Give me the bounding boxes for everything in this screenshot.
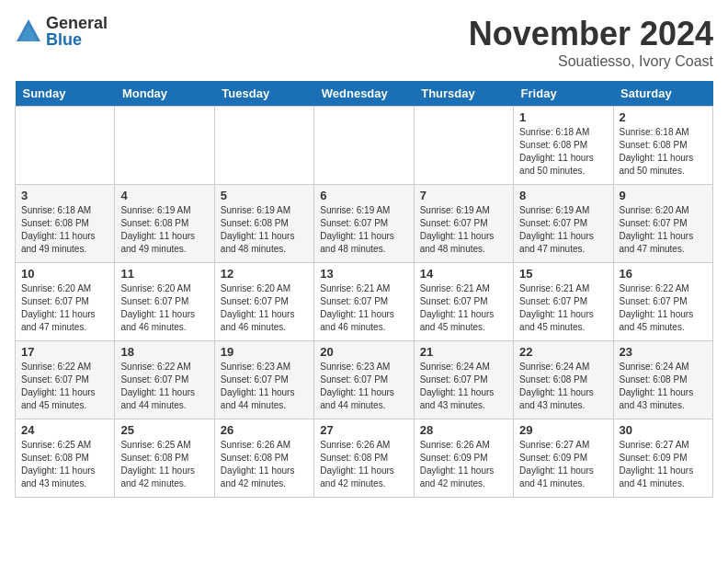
day-info: Sunrise: 6:26 AM Sunset: 6:09 PM Dayligh… xyxy=(420,439,507,490)
day-info: Sunrise: 6:21 AM Sunset: 6:07 PM Dayligh… xyxy=(420,282,507,334)
calendar-cell: 10Sunrise: 6:20 AM Sunset: 6:07 PM Dayli… xyxy=(16,263,115,341)
day-info: Sunrise: 6:18 AM Sunset: 6:08 PM Dayligh… xyxy=(519,126,607,178)
day-number: 3 xyxy=(21,189,108,202)
day-info: Sunrise: 6:20 AM Sunset: 6:07 PM Dayligh… xyxy=(120,282,208,334)
header-saturday: Saturday xyxy=(613,81,712,107)
calendar-week-row: 1Sunrise: 6:18 AM Sunset: 6:08 PM Daylig… xyxy=(16,107,713,185)
day-info: Sunrise: 6:22 AM Sunset: 6:07 PM Dayligh… xyxy=(21,361,108,412)
day-number: 16 xyxy=(620,267,707,281)
day-info: Sunrise: 6:20 AM Sunset: 6:07 PM Dayligh… xyxy=(620,204,707,256)
day-number: 6 xyxy=(320,189,407,202)
day-number: 8 xyxy=(519,189,607,202)
day-info: Sunrise: 6:24 AM Sunset: 6:08 PM Dayligh… xyxy=(620,361,707,412)
day-info: Sunrise: 6:20 AM Sunset: 6:07 PM Dayligh… xyxy=(21,282,108,334)
title-block: November 2024 Souatiesso, Ivory Coast xyxy=(469,15,713,70)
day-number: 27 xyxy=(320,423,407,437)
day-info: Sunrise: 6:21 AM Sunset: 6:07 PM Dayligh… xyxy=(320,282,407,334)
calendar-cell: 29Sunrise: 6:27 AM Sunset: 6:09 PM Dayli… xyxy=(514,419,613,498)
day-number: 4 xyxy=(120,189,208,202)
calendar-cell: 7Sunrise: 6:19 AM Sunset: 6:07 PM Daylig… xyxy=(414,185,513,263)
day-number: 28 xyxy=(420,423,507,437)
calendar-cell: 17Sunrise: 6:22 AM Sunset: 6:07 PM Dayli… xyxy=(16,341,115,419)
calendar-cell: 1Sunrise: 6:18 AM Sunset: 6:08 PM Daylig… xyxy=(514,107,613,185)
day-info: Sunrise: 6:23 AM Sunset: 6:07 PM Dayligh… xyxy=(320,361,407,412)
calendar-cell: 27Sunrise: 6:26 AM Sunset: 6:08 PM Dayli… xyxy=(314,419,414,498)
calendar-cell: 23Sunrise: 6:24 AM Sunset: 6:08 PM Dayli… xyxy=(613,341,712,419)
day-number: 22 xyxy=(519,345,607,359)
calendar-cell: 25Sunrise: 6:25 AM Sunset: 6:08 PM Dayli… xyxy=(115,419,214,498)
day-info: Sunrise: 6:19 AM Sunset: 6:07 PM Dayligh… xyxy=(420,204,507,256)
calendar-cell: 15Sunrise: 6:21 AM Sunset: 6:07 PM Dayli… xyxy=(514,263,613,341)
day-info: Sunrise: 6:24 AM Sunset: 6:07 PM Dayligh… xyxy=(420,361,507,412)
day-number: 29 xyxy=(519,423,607,437)
day-number: 7 xyxy=(420,189,507,202)
location-text: Souatiesso, Ivory Coast xyxy=(469,53,713,70)
day-info: Sunrise: 6:23 AM Sunset: 6:07 PM Dayligh… xyxy=(221,361,308,412)
day-info: Sunrise: 6:25 AM Sunset: 6:08 PM Dayligh… xyxy=(21,439,108,490)
calendar-cell: 2Sunrise: 6:18 AM Sunset: 6:08 PM Daylig… xyxy=(613,107,712,185)
logo-general-text: General xyxy=(46,15,108,31)
calendar-cell: 5Sunrise: 6:19 AM Sunset: 6:08 PM Daylig… xyxy=(214,185,313,263)
day-info: Sunrise: 6:26 AM Sunset: 6:08 PM Dayligh… xyxy=(221,439,308,490)
day-number: 9 xyxy=(620,189,707,202)
header-sunday: Sunday xyxy=(16,81,115,107)
day-info: Sunrise: 6:26 AM Sunset: 6:08 PM Dayligh… xyxy=(320,439,407,490)
day-info: Sunrise: 6:19 AM Sunset: 6:08 PM Dayligh… xyxy=(221,204,308,256)
day-info: Sunrise: 6:19 AM Sunset: 6:07 PM Dayligh… xyxy=(519,204,607,256)
day-number: 18 xyxy=(120,345,208,359)
calendar-cell xyxy=(16,107,115,185)
calendar-cell: 9Sunrise: 6:20 AM Sunset: 6:07 PM Daylig… xyxy=(613,185,712,263)
day-number: 12 xyxy=(221,267,308,281)
day-number: 23 xyxy=(620,345,707,359)
logo: General Blue xyxy=(15,15,108,48)
day-info: Sunrise: 6:22 AM Sunset: 6:07 PM Dayligh… xyxy=(120,361,208,412)
calendar-cell: 19Sunrise: 6:23 AM Sunset: 6:07 PM Dayli… xyxy=(214,341,313,419)
calendar-cell: 24Sunrise: 6:25 AM Sunset: 6:08 PM Dayli… xyxy=(16,419,115,498)
day-number: 10 xyxy=(21,267,108,281)
header-monday: Monday xyxy=(115,81,214,107)
logo-blue-text: Blue xyxy=(46,31,108,48)
header-wednesday: Wednesday xyxy=(314,81,414,107)
calendar-week-row: 24Sunrise: 6:25 AM Sunset: 6:08 PM Dayli… xyxy=(16,419,713,498)
day-number: 5 xyxy=(221,189,308,202)
calendar-cell: 14Sunrise: 6:21 AM Sunset: 6:07 PM Dayli… xyxy=(414,263,513,341)
header-friday: Friday xyxy=(514,81,613,107)
day-number: 2 xyxy=(620,110,707,124)
calendar-cell: 21Sunrise: 6:24 AM Sunset: 6:07 PM Dayli… xyxy=(414,341,513,419)
calendar-cell: 12Sunrise: 6:20 AM Sunset: 6:07 PM Dayli… xyxy=(214,263,313,341)
calendar-header-row: SundayMondayTuesdayWednesdayThursdayFrid… xyxy=(16,81,713,107)
day-number: 15 xyxy=(519,267,607,281)
day-number: 30 xyxy=(620,423,707,437)
day-info: Sunrise: 6:18 AM Sunset: 6:08 PM Dayligh… xyxy=(21,204,108,256)
calendar-cell: 4Sunrise: 6:19 AM Sunset: 6:08 PM Daylig… xyxy=(115,185,214,263)
calendar-cell: 22Sunrise: 6:24 AM Sunset: 6:08 PM Dayli… xyxy=(514,341,613,419)
day-info: Sunrise: 6:27 AM Sunset: 6:09 PM Dayligh… xyxy=(620,439,707,490)
day-number: 26 xyxy=(221,423,308,437)
calendar-week-row: 17Sunrise: 6:22 AM Sunset: 6:07 PM Dayli… xyxy=(16,341,713,419)
calendar-cell xyxy=(414,107,513,185)
calendar-cell: 26Sunrise: 6:26 AM Sunset: 6:08 PM Dayli… xyxy=(214,419,313,498)
month-title: November 2024 xyxy=(469,15,713,53)
calendar-week-row: 3Sunrise: 6:18 AM Sunset: 6:08 PM Daylig… xyxy=(16,185,713,263)
logo-icon xyxy=(15,17,42,45)
day-info: Sunrise: 6:20 AM Sunset: 6:07 PM Dayligh… xyxy=(221,282,308,334)
calendar-cell xyxy=(214,107,313,185)
day-info: Sunrise: 6:22 AM Sunset: 6:07 PM Dayligh… xyxy=(620,282,707,334)
day-info: Sunrise: 6:27 AM Sunset: 6:09 PM Dayligh… xyxy=(519,439,607,490)
calendar-table: SundayMondayTuesdayWednesdayThursdayFrid… xyxy=(15,81,713,498)
calendar-cell: 11Sunrise: 6:20 AM Sunset: 6:07 PM Dayli… xyxy=(115,263,214,341)
header-thursday: Thursday xyxy=(414,81,513,107)
calendar-cell: 6Sunrise: 6:19 AM Sunset: 6:07 PM Daylig… xyxy=(314,185,414,263)
day-number: 11 xyxy=(120,267,208,281)
calendar-cell: 18Sunrise: 6:22 AM Sunset: 6:07 PM Dayli… xyxy=(115,341,214,419)
calendar-cell: 13Sunrise: 6:21 AM Sunset: 6:07 PM Dayli… xyxy=(314,263,414,341)
day-number: 24 xyxy=(21,423,108,437)
calendar-cell: 16Sunrise: 6:22 AM Sunset: 6:07 PM Dayli… xyxy=(613,263,712,341)
day-number: 19 xyxy=(221,345,308,359)
day-number: 20 xyxy=(320,345,407,359)
day-number: 25 xyxy=(120,423,208,437)
day-info: Sunrise: 6:21 AM Sunset: 6:07 PM Dayligh… xyxy=(519,282,607,334)
day-number: 14 xyxy=(420,267,507,281)
calendar-cell: 28Sunrise: 6:26 AM Sunset: 6:09 PM Dayli… xyxy=(414,419,513,498)
calendar-cell: 8Sunrise: 6:19 AM Sunset: 6:07 PM Daylig… xyxy=(514,185,613,263)
